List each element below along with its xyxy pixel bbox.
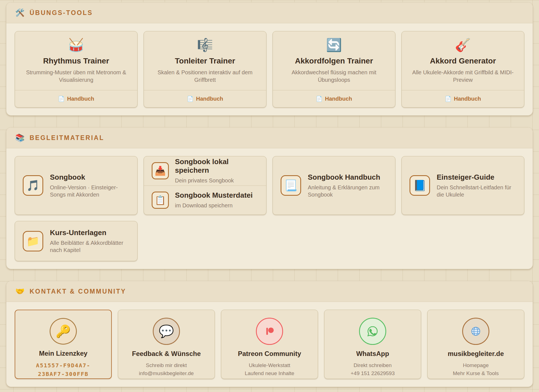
kontakt-card-lizenzkey[interactable]: 🔑 Mein Lizenzkey A51557-F9D4A7-23BAF7-30…	[15, 310, 112, 379]
musical-score-icon: 🎼	[197, 38, 213, 52]
tool-card-footer: 📄 Handbuch	[402, 90, 524, 107]
section-title: KONTAKT & COMMUNITY	[30, 288, 126, 295]
inbox-download-icon: 📥	[152, 162, 169, 179]
handshake-icon: 🤝	[15, 287, 25, 296]
tool-card-main: 🎸 Akkord Generator Alle Ukulele-Akkorde …	[402, 31, 524, 90]
patreon-logo	[263, 325, 276, 338]
kontakt-card-feedback[interactable]: 💬 Feedback & Wünsche Schreib mir direkt …	[118, 310, 215, 379]
kontakt-title: WhatsApp	[356, 350, 389, 358]
speech-bubble-emoji: 💬	[159, 324, 174, 338]
handbuch-link[interactable]: 📄 Handbuch	[58, 96, 94, 102]
material-card-songbook[interactable]: 🎵 Songbook Online-Version · Einsteiger-S…	[15, 156, 138, 215]
kontakt-email: info@musikbegleiter.de	[139, 370, 194, 378]
section-begleitmaterial: 📚 BEGLEITMATERIAL 🎵 Songbook Online-Vers…	[6, 127, 533, 269]
handbuch-link[interactable]: 📄 Handbuch	[316, 96, 352, 102]
kontakt-line: Homepage	[463, 362, 489, 370]
section-title: BEGLEITMATERIAL	[30, 134, 104, 142]
repeat-arrows-icon: 🔄	[326, 38, 342, 52]
material-card-text: Songbook Handbuch Anleitung & Erklärunge…	[308, 173, 387, 198]
material-description: Anleitung & Erklärungen zum Songbook	[308, 184, 387, 198]
page-icon: 📄	[187, 96, 194, 102]
material-title: Songbook Musterdatei	[175, 191, 253, 200]
hammer-wrench-icon: 🛠️	[15, 9, 25, 17]
handbuch-label: Handbuch	[454, 96, 481, 102]
material-card-text: Einsteiger-Guide Dein Schnellstart-Leitf…	[437, 173, 516, 198]
tool-card-main: 🎼 Tonleiter Trainer Skalen & Positionen …	[144, 31, 266, 90]
handbuch-link[interactable]: 📄 Handbuch	[445, 96, 481, 102]
key-emoji: 🔑	[56, 324, 71, 338]
tools-grid: 🥁 Rhythmus Trainer Strumming-Muster üben…	[6, 23, 533, 115]
section-kontakt-community: 🤝 KONTAKT & COMMUNITY 🔑 Mein Lizenzkey A…	[6, 281, 533, 387]
handbuch-label: Handbuch	[325, 96, 352, 102]
tool-description: Alle Ukulele-Akkorde mit Griffbild & MID…	[410, 69, 516, 84]
globe-icon	[462, 318, 489, 345]
tool-title: Tonleiter Trainer	[175, 57, 235, 65]
kontakt-title: Patreon Community	[238, 350, 301, 358]
tool-card-rhythmus-trainer[interactable]: 🥁 Rhythmus Trainer Strumming-Muster üben…	[15, 31, 138, 108]
section-header-uebungs-tools: 🛠️ ÜBUNGS-TOOLS	[6, 2, 533, 23]
material-title: Songbook lokal speichern	[175, 157, 258, 175]
kontakt-title: Mein Lizenzkey	[39, 350, 88, 357]
section-title: ÜBUNGS-TOOLS	[30, 9, 93, 17]
tool-card-akkordfolgen-trainer[interactable]: 🔄 Akkordfolgen Trainer Akkordwechsel flü…	[273, 31, 395, 108]
page-with-curl-icon: 📃	[281, 175, 301, 196]
page-with-curl-emoji: 📃	[284, 179, 297, 192]
section-header-kontakt: 🤝 KONTAKT & COMMUNITY	[6, 281, 533, 302]
material-card-text: Songbook Online-Version · Einsteiger-Son…	[50, 173, 129, 198]
kontakt-line: Ukulele-Werkstatt	[249, 362, 290, 370]
tool-title: Rhythmus Trainer	[43, 57, 109, 65]
kontakt-grid: 🔑 Mein Lizenzkey A51557-F9D4A7-23BAF7-30…	[6, 302, 533, 387]
material-description: im Download speichern	[175, 202, 253, 209]
tool-card-main: 🔄 Akkordfolgen Trainer Akkordwechsel flü…	[273, 31, 395, 90]
tool-title: Akkordfolgen Trainer	[295, 57, 373, 65]
kontakt-title: musikbegleiter.de	[448, 350, 504, 358]
tool-description: Strumming-Muster üben mit Metronom & Vis…	[23, 69, 129, 84]
tool-card-main: 🥁 Rhythmus Trainer Strumming-Muster üben…	[15, 31, 137, 90]
material-description: Online-Version · Einsteiger-Songs mit Ak…	[50, 184, 129, 198]
handbuch-label: Handbuch	[67, 96, 94, 102]
tool-card-akkord-generator[interactable]: 🎸 Akkord Generator Alle Ukulele-Akkorde …	[401, 31, 524, 108]
kontakt-card-homepage[interactable]: musikbegleiter.de Homepage Mehr Kurse & …	[427, 310, 524, 379]
whatsapp-logo	[366, 325, 379, 338]
page-icon: 📄	[316, 96, 322, 102]
kontakt-phone: +49 151 22629593	[350, 370, 395, 378]
tool-card-footer: 📄 Handbuch	[15, 90, 137, 107]
patreon-icon	[256, 318, 283, 345]
inbox-download-emoji: 📥	[155, 166, 166, 176]
tool-card-tonleiter-trainer[interactable]: 🎼 Tonleiter Trainer Skalen & Positionen …	[144, 31, 266, 108]
tool-description: Akkordwechsel flüssig machen mit Übungsl…	[281, 69, 387, 84]
folder-icon: 📁	[23, 231, 43, 251]
material-title: Kurs-Unterlagen	[50, 228, 129, 237]
kontakt-card-patreon[interactable]: Patreon Community Ukulele-Werkstatt Lauf…	[221, 310, 318, 379]
material-card-einsteiger-guide[interactable]: 📘 Einsteiger-Guide Dein Schnellstart-Lei…	[401, 156, 524, 215]
clipboard-emoji: 📋	[155, 195, 166, 205]
material-grid: 🎵 Songbook Online-Version · Einsteiger-S…	[6, 148, 533, 269]
handbuch-label: Handbuch	[196, 96, 223, 102]
kontakt-line: Direkt schreiben	[354, 362, 391, 370]
material-row-songbook-lokal-speichern[interactable]: 📥 Songbook lokal speichern Dein privates…	[144, 156, 266, 185]
page-icon: 📄	[445, 96, 451, 102]
section-uebungs-tools: 🛠️ ÜBUNGS-TOOLS 🥁 Rhythmus Trainer Strum…	[6, 2, 533, 116]
music-note-icon: 🎵	[23, 175, 43, 196]
material-title: Einsteiger-Guide	[437, 173, 516, 182]
tool-card-footer: 📄 Handbuch	[273, 90, 395, 107]
kontakt-card-whatsapp[interactable]: WhatsApp Direkt schreiben +49 151 226295…	[324, 310, 421, 379]
music-note-emoji: 🎵	[26, 179, 39, 192]
kontakt-title: Feedback & Wünsche	[132, 350, 201, 358]
material-card-songbook-dateien: 📥 Songbook lokal speichern Dein privates…	[144, 156, 266, 215]
handbuch-link[interactable]: 📄 Handbuch	[187, 96, 223, 102]
section-header-begleitmaterial: 📚 BEGLEITMATERIAL	[6, 128, 533, 148]
kontakt-line: Schreib mir direkt	[146, 362, 187, 370]
material-card-kurs-unterlagen[interactable]: 📁 Kurs-Unterlagen Alle Beiblätter & Akko…	[15, 221, 138, 261]
material-row-songbook-musterdatei[interactable]: 📋 Songbook Musterdatei im Download speic…	[144, 185, 266, 215]
speech-bubble-icon: 💬	[153, 318, 180, 345]
page-icon: 📄	[58, 96, 65, 102]
license-key-value: A51557-F9D4A7-23BAF7-300FFB	[27, 361, 100, 378]
material-card-songbook-handbuch[interactable]: 📃 Songbook Handbuch Anleitung & Erklärun…	[273, 156, 395, 215]
clipboard-icon: 📋	[152, 192, 169, 209]
tool-title: Akkord Generator	[430, 57, 496, 65]
material-description: Dein Schnellstart-Leitfaden für die Ukul…	[437, 184, 516, 198]
tool-description: Skalen & Positionen interaktiv auf dem G…	[152, 69, 258, 84]
material-card-text: Songbook Musterdatei im Download speiche…	[175, 191, 253, 209]
kontakt-line: Laufend neue Inhalte	[245, 370, 294, 378]
